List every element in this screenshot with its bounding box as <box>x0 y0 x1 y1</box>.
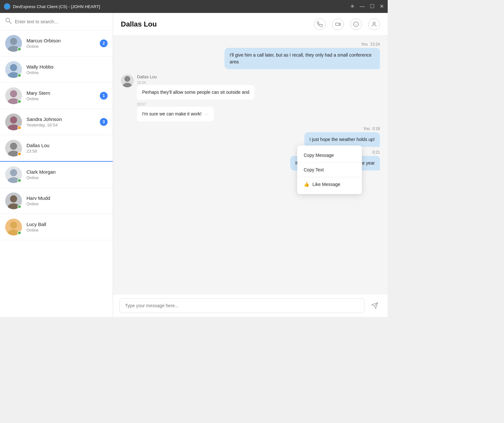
contact-item-sandra[interactable]: Sandra Johnson Yesterday, 18:54 3 <box>0 109 113 135</box>
title-bar-controls[interactable]: ✳ — ☐ ✕ <box>350 4 384 9</box>
message-actions-icon[interactable]: ··· <box>205 111 209 117</box>
contact-name-sandra: Sandra Johnson <box>26 116 95 122</box>
search-bar[interactable] <box>0 13 113 30</box>
contact-item-mary[interactable]: Mary Stern Online 1 <box>0 83 113 109</box>
contact-name-dallas: Dallas Lou <box>26 143 108 148</box>
message-row-3: 23:57 I'm sure we can make it work! ··· <box>121 102 380 121</box>
contact-status-mary: Online <box>26 96 95 101</box>
contact-item-wally[interactable]: Wally Hobbs Online <box>0 57 113 83</box>
badge-sandra: 3 <box>100 118 108 126</box>
contact-name-mary: Mary Stern <box>26 90 95 96</box>
message-bubble-4: I just hope the weather holds up! <box>304 132 380 147</box>
message-input[interactable] <box>120 298 364 313</box>
contact-status-wally: Online <box>26 70 108 75</box>
svg-point-6 <box>10 90 17 97</box>
svg-point-4 <box>10 64 17 71</box>
contact-item-harv[interactable]: Harv Mudd Online <box>0 188 113 214</box>
message-time-3: 23:57 <box>137 102 214 106</box>
contact-item-marcus[interactable]: Marcus Orbison Online 2 <box>0 30 113 57</box>
video-icon[interactable] <box>332 18 344 30</box>
message-content-4: I just hope the weather holds up! <box>304 132 380 147</box>
avatar-wrap-wally <box>5 61 22 78</box>
context-menu-copy-text[interactable]: Copy Text <box>297 163 362 177</box>
settings-icon[interactable]: ✳ <box>350 4 354 9</box>
badge-marcus: 2 <box>100 39 108 47</box>
avatar-wrap-mary <box>5 87 22 104</box>
message-row-4: I just hope the weather holds up! <box>121 132 380 147</box>
badge-mary: 1 <box>100 92 108 100</box>
context-menu-like-message[interactable]: 👍 Like Message <box>297 177 362 191</box>
contact-item-dallas[interactable]: Dallas Lou 23:58 <box>0 135 113 162</box>
contact-item-clark[interactable]: Clark Morgan Online <box>0 162 113 188</box>
messages-container[interactable]: You 23:24 I'll give him a call later, bu… <box>113 36 388 294</box>
sidebar: Marcus Orbison Online 2 Wally Hobbs Onli… <box>0 13 113 317</box>
contact-status-clark: Online <box>26 175 108 180</box>
contact-name-lucy: Lucy Ball <box>26 222 108 227</box>
search-input[interactable] <box>15 19 108 24</box>
chat-header: Dallas Lou <box>113 13 388 36</box>
contact-name-harv: Harv Mudd <box>26 195 108 201</box>
avatar-wrap-sandra <box>5 114 22 130</box>
outgoing-time-4: 0:18 <box>373 126 380 131</box>
contact-info-clark: Clark Morgan Online <box>26 169 108 180</box>
context-menu-copy-message[interactable]: Copy Message <box>297 148 362 162</box>
svg-point-12 <box>10 169 17 176</box>
message-bubble-2: Perhaps they'll allow some people can si… <box>137 85 255 100</box>
outgoing-header-4: You 0:18 <box>121 126 380 131</box>
message-bubble-3: I'm sure we can make it work! ··· <box>137 107 214 121</box>
like-message-label: Like Message <box>312 182 340 187</box>
svg-point-23 <box>124 76 130 82</box>
title-bar: 🌐 DevExpress Chat Client (CS) - [JOHN HE… <box>0 0 388 13</box>
maximize-button[interactable]: ☐ <box>370 4 374 9</box>
avatar-wrap-clark <box>5 166 22 183</box>
person-icon[interactable] <box>368 18 380 30</box>
status-dot-clark <box>17 179 21 182</box>
close-button[interactable]: ✕ <box>380 4 384 9</box>
svg-point-16 <box>10 222 17 229</box>
contact-item-lucy[interactable]: Lucy Ball Online <box>0 214 113 240</box>
contact-status-sandra: Yesterday, 18:54 <box>26 123 95 127</box>
avatar-wrap-marcus <box>5 35 22 52</box>
search-icon <box>5 17 12 26</box>
copy-message-label: Copy Message <box>304 153 334 158</box>
avatar-wrap-lucy <box>5 219 22 235</box>
message-row-2: Dallas Lou 23:54 Perhaps they'll allow s… <box>121 74 380 100</box>
message-content-1: I'll give him a call later, but as I rec… <box>225 48 380 69</box>
chat-header-actions <box>314 18 380 30</box>
incoming-group-dallas: Dallas Lou 23:54 Perhaps they'll allow s… <box>121 74 380 121</box>
title-bar-left: 🌐 DevExpress Chat Client (CS) - [JOHN HE… <box>4 3 100 10</box>
svg-point-2 <box>10 38 17 45</box>
outgoing-time-1: 23:24 <box>370 42 380 47</box>
message-content-3: 23:57 I'm sure we can make it work! ··· <box>137 102 214 121</box>
contact-info-harv: Harv Mudd Online <box>26 195 108 206</box>
message-time-2: 23:54 <box>137 81 255 84</box>
svg-point-22 <box>373 22 375 24</box>
outgoing-sender-label-4: You <box>363 126 370 131</box>
contact-info-mary: Mary Stern Online <box>26 90 95 101</box>
message-avatar-dallas <box>121 74 134 87</box>
send-button[interactable] <box>368 299 381 312</box>
chat-area: Dallas Lou You 23:24 <box>113 13 388 317</box>
outgoing-sender-label-1: You <box>361 42 368 47</box>
contact-status-marcus: Online <box>26 44 95 49</box>
like-message-icon: 👍 <box>304 182 309 187</box>
contact-info-wally: Wally Hobbs Online <box>26 64 108 75</box>
phone-icon[interactable] <box>314 18 326 30</box>
context-menu: Copy Message Copy Text 👍 Like Message <box>297 146 362 194</box>
outgoing-header-1: You 23:24 <box>121 42 380 47</box>
status-dot-wally <box>17 73 21 77</box>
status-dot-marcus <box>17 47 21 51</box>
status-dot-harv <box>17 205 21 209</box>
contact-name-wally: Wally Hobbs <box>26 64 108 70</box>
contact-status-dallas: 23:58 <box>26 149 108 154</box>
app-container: Marcus Orbison Online 2 Wally Hobbs Onli… <box>0 13 388 317</box>
svg-point-0 <box>6 18 10 22</box>
copy-text-label: Copy Text <box>304 167 324 172</box>
svg-point-8 <box>10 116 17 124</box>
minimize-button[interactable]: — <box>360 4 365 9</box>
contact-info-dallas: Dallas Lou 23:58 <box>26 143 108 154</box>
svg-point-24 <box>123 83 132 87</box>
app-title: DevExpress Chat Client (CS) - [JOHN HEAR… <box>13 4 100 9</box>
chat-title: Dallas Lou <box>121 20 157 28</box>
info-icon[interactable] <box>350 18 362 30</box>
